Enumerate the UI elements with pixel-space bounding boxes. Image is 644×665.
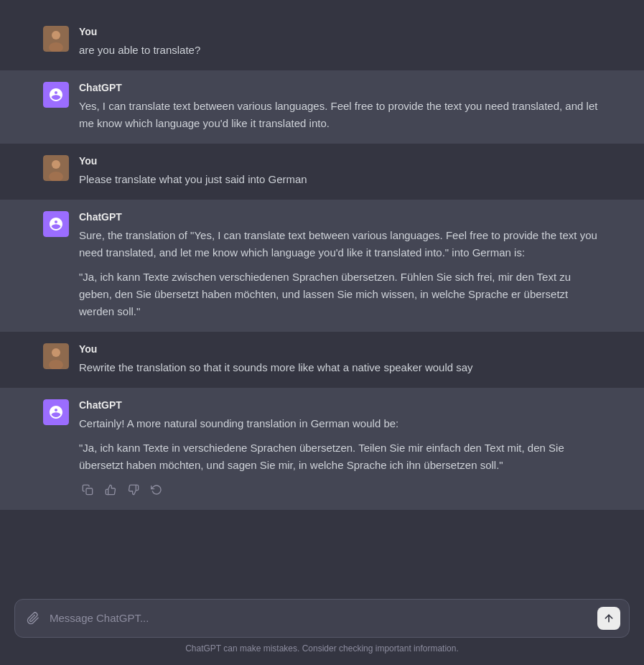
message-author-msg1: You [79, 26, 601, 37]
message-group-msg6: ChatGPTCertainly! A more natural soundin… [0, 388, 644, 510]
message-content-msg5: YouRewrite the translation so that it so… [79, 343, 601, 376]
footer-notice: ChatGPT can make mistakes. Consider chec… [14, 638, 630, 662]
message-author-msg6: ChatGPT [79, 399, 601, 411]
message-text-msg2: Yes, I can translate text between variou… [79, 98, 601, 132]
message-content-msg6: ChatGPTCertainly! A more natural soundin… [79, 399, 601, 498]
message-author-msg2: ChatGPT [79, 82, 601, 93]
refresh-button[interactable] [148, 481, 165, 498]
avatar-assistant [43, 399, 69, 425]
message-author-msg3: You [79, 155, 601, 167]
message-group-msg2: ChatGPTYes, I can translate text between… [0, 70, 644, 144]
thumbs-down-button[interactable] [125, 481, 142, 498]
message-text-msg4: Sure, the translation of "Yes, I can tra… [79, 227, 601, 320]
attach-button[interactable] [24, 609, 42, 628]
avatar-assistant [43, 211, 69, 237]
avatar-user [43, 155, 69, 181]
avatar-user [43, 26, 69, 52]
svg-point-1 [52, 31, 60, 39]
chat-container: Youare you able to translate? ChatGPTYes… [0, 0, 644, 590]
message-content-msg4: ChatGPTSure, the translation of "Yes, I … [79, 211, 601, 320]
avatar-user [43, 343, 69, 369]
svg-point-9 [52, 348, 60, 357]
message-content-msg3: YouPlease translate what you just said i… [79, 155, 601, 188]
input-wrapper [14, 599, 630, 638]
message-text-msg3: Please translate what you just said into… [79, 171, 601, 188]
avatar-assistant [43, 82, 69, 108]
message-group-msg4: ChatGPTSure, the translation of "Yes, I … [0, 200, 644, 332]
copy-button[interactable] [79, 481, 96, 498]
message-text-msg5: Rewrite the translation so that it sound… [79, 359, 601, 376]
message-group-msg1: Youare you able to translate? [0, 14, 644, 70]
svg-rect-12 [86, 488, 93, 495]
message-content-msg1: Youare you able to translate? [79, 26, 601, 59]
send-button[interactable] [597, 607, 620, 630]
message-text-msg6: Certainly! A more natural sounding trans… [79, 415, 601, 474]
input-area: ChatGPT can make mistakes. Consider chec… [0, 590, 644, 665]
message-author-msg4: ChatGPT [79, 211, 601, 223]
svg-point-5 [52, 160, 60, 169]
message-text-msg1: are you able to translate? [79, 42, 601, 59]
message-input[interactable] [50, 610, 590, 627]
message-group-msg3: YouPlease translate what you just said i… [0, 144, 644, 200]
message-content-msg2: ChatGPTYes, I can translate text between… [79, 82, 601, 132]
message-author-msg5: You [79, 343, 601, 355]
thumbs-up-button[interactable] [102, 481, 119, 498]
message-actions [79, 481, 601, 498]
message-group-msg5: YouRewrite the translation so that it so… [0, 332, 644, 388]
